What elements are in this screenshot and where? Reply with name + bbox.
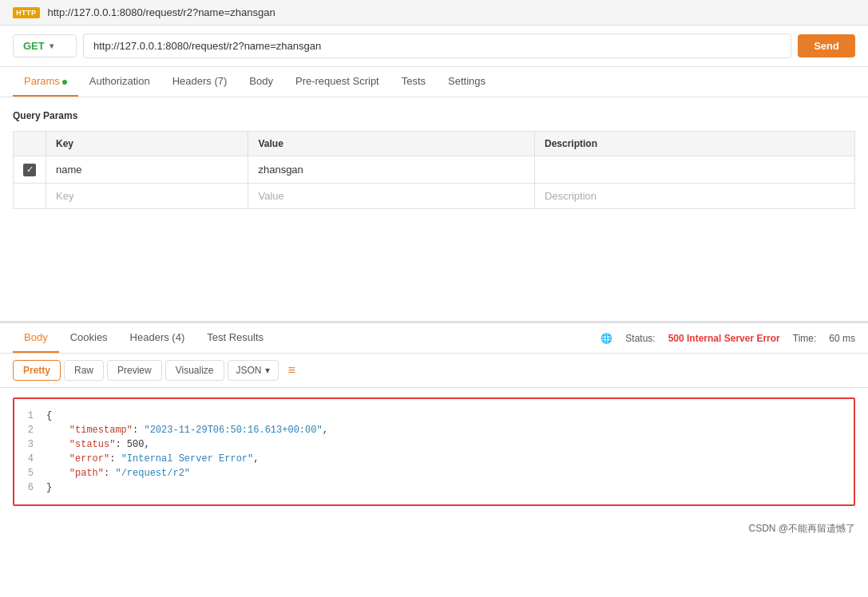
- empty-description[interactable]: Description: [535, 183, 855, 208]
- col-description: Description: [535, 132, 855, 156]
- request-area: Query Params Key Value Description ✓ nam…: [0, 97, 868, 321]
- params-table: Key Value Description ✓ name zhansgan Ke…: [13, 131, 855, 209]
- json-content-6: }: [46, 482, 854, 493]
- format-select-json[interactable]: JSON ▾: [228, 360, 279, 381]
- chevron-down-icon: ▾: [50, 42, 54, 50]
- format-select-label: JSON: [236, 365, 262, 376]
- row-description[interactable]: [535, 156, 855, 184]
- time-label: Time:: [793, 333, 817, 344]
- json-line-3: 3 "status": 500,: [14, 437, 854, 452]
- format-bar: Pretty Raw Preview Visualize JSON ▾ ≡: [0, 354, 868, 388]
- tab-pre-request-script[interactable]: Pre-request Script: [284, 67, 390, 97]
- table-row-empty: Key Value Description: [14, 183, 855, 208]
- tab-params[interactable]: Params: [13, 67, 78, 97]
- response-area: Body Cookies Headers (4) Test Results 🌐 …: [0, 321, 868, 542]
- line-num-1: 1: [14, 410, 46, 421]
- row-value[interactable]: zhansgan: [248, 156, 535, 184]
- format-btn-preview[interactable]: Preview: [107, 360, 162, 381]
- json-viewer: 1 { 2 "timestamp": "2023-11-29T06:50:16.…: [13, 397, 855, 506]
- col-checkbox: [14, 132, 46, 156]
- filter-icon[interactable]: ≡: [288, 363, 295, 378]
- status-value: 500 Internal Server Error: [668, 333, 780, 344]
- format-chevron-icon: ▾: [265, 365, 270, 376]
- response-tab-headers[interactable]: Headers (4): [119, 323, 196, 353]
- format-btn-raw[interactable]: Raw: [64, 360, 104, 381]
- response-tabs-bar: Body Cookies Headers (4) Test Results 🌐 …: [0, 323, 868, 354]
- response-tab-body[interactable]: Body: [13, 323, 59, 353]
- globe-icon: 🌐: [600, 333, 612, 344]
- tab-headers[interactable]: Headers (7): [161, 67, 239, 97]
- response-tab-test-results[interactable]: Test Results: [196, 323, 275, 353]
- json-line-6: 6 }: [14, 480, 854, 495]
- empty-value[interactable]: Value: [248, 183, 535, 208]
- format-btn-visualize[interactable]: Visualize: [165, 360, 224, 381]
- json-content-3: "status": 500,: [46, 439, 854, 450]
- row-key[interactable]: name: [46, 156, 248, 184]
- http-icon: HTTP: [13, 7, 40, 18]
- col-value: Value: [248, 132, 535, 156]
- line-num-2: 2: [14, 425, 46, 436]
- response-tab-cookies[interactable]: Cookies: [59, 323, 119, 353]
- tab-body[interactable]: Body: [238, 67, 284, 97]
- query-params-title: Query Params: [13, 110, 855, 121]
- line-num-6: 6: [14, 482, 46, 493]
- json-content-4: "error": "Internal Server Error",: [46, 453, 854, 465]
- format-btn-pretty[interactable]: Pretty: [13, 360, 61, 381]
- url-input[interactable]: [83, 34, 791, 58]
- json-line-4: 4 "error": "Internal Server Error",: [14, 452, 854, 466]
- tab-tests[interactable]: Tests: [390, 67, 437, 97]
- row-checkbox-cell[interactable]: ✓: [14, 156, 46, 184]
- json-content-5: "path": "/request/r2": [46, 468, 854, 479]
- title-bar: HTTP http://127.0.0.1:8080/request/r2?na…: [0, 0, 868, 26]
- line-num-4: 4: [14, 453, 46, 465]
- table-row: ✓ name zhansgan: [14, 156, 855, 184]
- method-label: GET: [23, 40, 45, 52]
- title-url: http://127.0.0.1:8080/request/r2?name=zh…: [48, 6, 275, 18]
- json-line-1: 1 {: [14, 409, 854, 423]
- send-button[interactable]: Send: [798, 34, 855, 57]
- col-key: Key: [46, 132, 248, 156]
- time-value: 60 ms: [829, 333, 855, 344]
- checkbox-checked[interactable]: ✓: [23, 164, 36, 176]
- json-line-5: 5 "path": "/request/r2": [14, 466, 854, 480]
- request-tabs: Params Authorization Headers (7) Body Pr…: [0, 67, 868, 97]
- json-line-2: 2 "timestamp": "2023-11-29T06:50:16.613+…: [14, 423, 854, 437]
- empty-key[interactable]: Key: [46, 183, 248, 208]
- json-content-1: {: [46, 410, 854, 421]
- footer: CSDN @不能再留遗憾了: [0, 516, 868, 542]
- line-num-3: 3: [14, 439, 46, 450]
- json-content-2: "timestamp": "2023-11-29T06:50:16.613+00…: [46, 425, 854, 436]
- tab-authorization[interactable]: Authorization: [78, 67, 161, 97]
- footer-text: CSDN @不能再留遗憾了: [748, 523, 855, 534]
- response-tabs-left: Body Cookies Headers (4) Test Results: [13, 323, 275, 353]
- status-label: Status:: [625, 333, 655, 344]
- params-dot: [62, 80, 67, 85]
- line-num-5: 5: [14, 468, 46, 479]
- tab-settings[interactable]: Settings: [437, 67, 497, 97]
- empty-checkbox-cell: [14, 183, 46, 208]
- url-bar: GET ▾ Send: [0, 26, 868, 67]
- response-status: 🌐 Status: 500 Internal Server Error Time…: [600, 333, 855, 344]
- method-select[interactable]: GET ▾: [13, 34, 77, 57]
